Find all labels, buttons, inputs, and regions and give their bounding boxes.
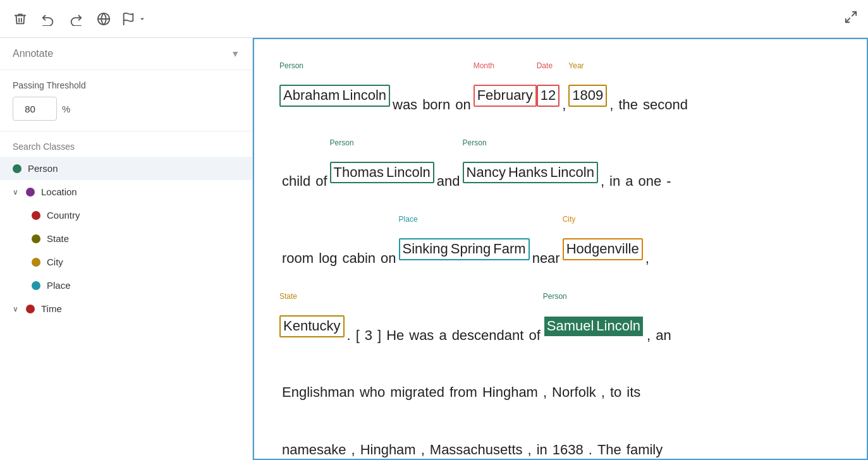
threshold-label: Passing Threshold	[13, 80, 240, 90]
word-abraham: Abraham	[282, 86, 341, 106]
word-a-2: a	[436, 326, 449, 346]
date-box[interactable]: 12	[537, 85, 559, 107]
text-line-4: State Kentucky . [ 3 ] He was a descenda…	[279, 289, 841, 346]
annotation-1809[interactable]: Year 1809	[568, 76, 607, 115]
word-comma-3: ,	[598, 172, 607, 191]
sidebar-item-time[interactable]: ∨ Time	[0, 297, 252, 320]
word-near: near	[530, 249, 563, 269]
person-label-2: Person	[330, 139, 354, 147]
word-was: was	[390, 95, 420, 115]
word-was-2: was	[406, 326, 436, 346]
annotation-february[interactable]: Month February	[474, 76, 537, 115]
word-who: who	[357, 383, 388, 402]
word-1809: 1809	[571, 86, 604, 106]
word-on-2: on	[378, 249, 398, 269]
annotation-abraham-lincoln[interactable]: Person Abraham Lincoln	[279, 76, 390, 115]
word-spring: Spring	[449, 239, 492, 259]
word-englishman: Englishman	[279, 383, 357, 402]
word-farm: Farm	[492, 239, 527, 259]
city-dot	[32, 258, 40, 267]
word-sinking: Sinking	[401, 239, 449, 259]
annotation-nancy-hanks-lincoln[interactable]: Person Nancy Hanks Lincoln	[463, 153, 598, 192]
text-line-1: Person Abraham Lincoln was born on Month…	[279, 58, 841, 115]
threshold-input-row: %	[13, 97, 240, 121]
threshold-input[interactable]	[13, 97, 57, 121]
word-an: an	[653, 326, 673, 346]
sidebar-item-city[interactable]: City	[0, 250, 252, 274]
word-migrated: migrated	[388, 383, 447, 402]
word-to: to	[608, 383, 624, 402]
sidebar-item-country[interactable]: Country	[0, 203, 252, 227]
person-dot	[13, 164, 21, 173]
word-dash: -	[664, 172, 673, 191]
location-dot	[26, 188, 35, 197]
annotate-dropdown[interactable]: Annotate ▼	[0, 38, 252, 70]
word-norfolk: Norfolk	[549, 383, 599, 402]
word-12: 12	[539, 86, 557, 106]
word-comma-1: ,	[559, 95, 568, 115]
word-comma-4: ,	[643, 249, 652, 269]
word-from: from	[447, 383, 480, 402]
text-line-6: namesake , Hingham , Massachusetts , in …	[279, 423, 841, 460]
time-label: Time	[41, 303, 62, 314]
flag-button[interactable]	[121, 12, 147, 26]
word-on: on	[453, 95, 473, 115]
expand-icon[interactable]	[844, 10, 858, 27]
word-one: one	[635, 172, 664, 191]
word-samuel: Samuel	[546, 317, 596, 336]
person-box-2[interactable]: Thomas Lincoln	[330, 162, 434, 184]
word-comma-6: ,	[541, 383, 549, 402]
annotation-hodgenville[interactable]: City Hodgenville	[563, 229, 643, 269]
sidebar-item-person[interactable]: Person	[0, 157, 252, 180]
text-line-5: Englishman who migrated from Hingham , N…	[279, 365, 841, 402]
main-layout: Annotate ▼ Passing Threshold % Search Cl…	[0, 38, 868, 460]
annotate-chevron-icon: ▼	[231, 49, 240, 59]
city-box[interactable]: Hodgenville	[563, 238, 643, 260]
word-in-2: in	[534, 440, 550, 460]
word-the: the	[616, 95, 640, 115]
word-of-2: of	[526, 326, 542, 346]
trash-icon[interactable]	[10, 9, 30, 29]
person-label: Person	[28, 163, 58, 174]
sidebar-item-place[interactable]: Place	[0, 274, 252, 297]
annotation-samuel-lincoln[interactable]: Person Samuel Lincoln	[543, 306, 644, 346]
place-dot	[32, 281, 40, 290]
word-comma-2: ,	[607, 95, 616, 115]
svg-line-2	[852, 12, 856, 16]
annotate-label: Annotate	[13, 48, 53, 59]
person-box-filled[interactable]: Samuel Lincoln	[543, 315, 644, 337]
location-expand-icon: ∨	[13, 188, 18, 197]
undo-icon[interactable]	[38, 9, 58, 29]
place-box[interactable]: Sinking Spring Farm	[399, 238, 530, 260]
sidebar: Annotate ▼ Passing Threshold % Search Cl…	[0, 38, 253, 460]
person-box-3[interactable]: Nancy Hanks Lincoln	[463, 162, 598, 184]
annotation-sinking-spring-farm[interactable]: Place Sinking Spring Farm	[399, 229, 530, 269]
annotation-thomas-lincoln[interactable]: Person Thomas Lincoln	[330, 153, 434, 192]
state-dot	[32, 234, 40, 243]
word-room: room	[279, 249, 316, 269]
globe-icon[interactable]	[94, 9, 114, 29]
month-box[interactable]: February	[474, 85, 537, 107]
city-label: City	[47, 257, 63, 267]
sidebar-item-state[interactable]: State	[0, 227, 252, 250]
word-february: February	[476, 86, 534, 106]
toolbar	[0, 0, 868, 38]
threshold-section: Passing Threshold %	[0, 70, 252, 131]
annotation-kentucky[interactable]: State Kentucky	[279, 306, 345, 346]
person-label-4: Person	[543, 293, 567, 300]
sidebar-item-location[interactable]: ∨ Location	[0, 180, 252, 203]
month-label: Month	[474, 62, 494, 70]
word-period-2: .	[586, 440, 595, 460]
state-box[interactable]: Kentucky	[279, 315, 345, 337]
search-classes-label: Search Classes	[0, 131, 252, 157]
word-born: born	[420, 95, 453, 115]
svg-line-3	[846, 18, 850, 22]
place-label: Place	[399, 215, 418, 223]
annotation-12[interactable]: Date 12	[537, 76, 559, 115]
word-nancy: Nancy	[465, 163, 507, 183]
year-box[interactable]: 1809	[568, 85, 607, 107]
text-line-2: child of Person Thomas Lincoln and Perso…	[279, 135, 841, 192]
person-box-1[interactable]: Abraham Lincoln	[279, 85, 390, 107]
word-comma-10: ,	[525, 440, 534, 460]
redo-icon[interactable]	[66, 9, 86, 29]
